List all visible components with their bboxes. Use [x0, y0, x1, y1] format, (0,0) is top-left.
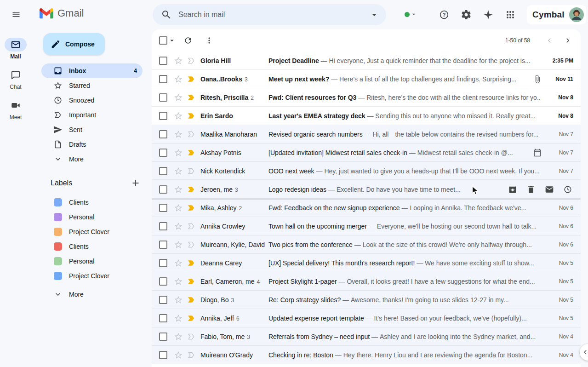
importance-marker-icon[interactable]	[187, 277, 196, 286]
importance-marker-icon[interactable]	[187, 258, 196, 268]
gemini-button[interactable]	[479, 6, 497, 24]
sidebar-item-drafts[interactable]: Drafts	[41, 137, 143, 152]
star-icon[interactable]	[174, 222, 183, 231]
help-button[interactable]: ?	[435, 6, 453, 24]
row-checkbox[interactable]	[159, 222, 167, 230]
importance-marker-icon[interactable]	[187, 295, 196, 304]
email-row[interactable]: Gloria Hill Project Deadline — Hi everyo…	[152, 52, 581, 70]
row-checkbox[interactable]	[159, 333, 167, 341]
email-row[interactable]: Diogo, Bo3 Re: Corp strategy slides? — A…	[152, 291, 581, 309]
archive-button[interactable]	[503, 180, 522, 199]
star-icon[interactable]	[174, 350, 183, 360]
delete-button[interactable]	[522, 180, 540, 199]
importance-marker-icon[interactable]	[187, 111, 196, 120]
row-checkbox[interactable]	[159, 259, 167, 267]
email-row[interactable]: Erin Sardo Last year's EMEA strategy dec…	[152, 107, 581, 125]
search-options-caret-icon[interactable]	[369, 9, 380, 20]
star-icon[interactable]	[174, 148, 183, 157]
sidebar-item-snoozed[interactable]: Snoozed	[41, 93, 143, 108]
row-checkbox[interactable]	[159, 185, 167, 194]
settings-button[interactable]	[457, 6, 475, 24]
email-row[interactable]: Oana..Brooks3 Meet up next week? — Here'…	[152, 70, 581, 88]
row-checkbox[interactable]	[159, 351, 167, 359]
sidebar-item-more[interactable]: More	[41, 152, 143, 166]
side-panel-toggle-button[interactable]	[580, 344, 588, 361]
star-icon[interactable]	[174, 295, 183, 304]
row-checkbox[interactable]	[159, 296, 167, 304]
refresh-button[interactable]	[179, 31, 197, 50]
email-row[interactable]: Muireann O'Grady Checking in re: Boston …	[152, 346, 581, 364]
row-checkbox[interactable]	[159, 314, 167, 322]
search-icon[interactable]	[161, 9, 172, 20]
label-item-personal[interactable]: Personal	[41, 210, 143, 224]
email-row[interactable]: Earl, Cameron, me4 Project Skylight 1-pa…	[152, 272, 581, 291]
importance-marker-icon[interactable]	[187, 240, 196, 249]
sidebar-item-sent[interactable]: Sent	[41, 122, 143, 137]
newer-page-button[interactable]	[540, 31, 559, 50]
search-input[interactable]	[178, 11, 369, 19]
star-icon[interactable]	[174, 203, 183, 212]
star-icon[interactable]	[174, 314, 183, 323]
row-checkbox[interactable]	[159, 93, 167, 102]
importance-marker-icon[interactable]	[187, 75, 196, 84]
star-icon[interactable]	[174, 56, 183, 65]
importance-marker-icon[interactable]	[187, 222, 196, 231]
select-all-checkbox[interactable]	[159, 36, 167, 45]
star-icon[interactable]	[174, 240, 183, 249]
presence-status[interactable]	[405, 11, 417, 18]
star-icon[interactable]	[174, 93, 183, 102]
star-icon[interactable]	[174, 277, 183, 286]
hamburger-menu-button[interactable]	[6, 5, 26, 24]
select-caret-icon[interactable]	[168, 36, 176, 45]
importance-marker-icon[interactable]	[187, 93, 196, 102]
row-checkbox[interactable]	[159, 277, 167, 286]
star-icon[interactable]	[174, 75, 183, 84]
label-item-clients[interactable]: Clients	[41, 195, 143, 210]
importance-marker-icon[interactable]	[187, 185, 196, 194]
star-icon[interactable]	[174, 130, 183, 139]
sidebar-labels-more[interactable]: More	[41, 287, 143, 302]
importance-marker-icon[interactable]	[187, 130, 196, 139]
older-page-button[interactable]	[559, 31, 577, 50]
importance-marker-icon[interactable]	[187, 148, 196, 157]
label-item-project-clover[interactable]: Project Clover	[41, 224, 143, 239]
row-checkbox[interactable]	[159, 75, 167, 83]
importance-marker-icon[interactable]	[187, 350, 196, 360]
row-checkbox[interactable]	[159, 130, 167, 138]
row-checkbox[interactable]	[159, 241, 167, 249]
email-row[interactable]: Fabio, Tom, me3 Referrals from Sydney – …	[152, 327, 581, 346]
importance-marker-icon[interactable]	[187, 166, 196, 176]
compose-button[interactable]: Compose	[43, 33, 105, 55]
search-bar[interactable]	[153, 4, 386, 25]
snooze-button[interactable]	[559, 180, 577, 199]
email-row[interactable]: Annika Crowley Town hall on the upcoming…	[152, 217, 581, 235]
gmail-logo[interactable]: Gmail	[40, 7, 84, 19]
rail-item-chat[interactable]: Chat	[5, 68, 27, 90]
avatar[interactable]	[569, 7, 584, 22]
importance-marker-icon[interactable]	[187, 203, 196, 212]
email-row[interactable]: Akshay Potnis [Updated invitation] Midwe…	[152, 143, 581, 162]
star-icon[interactable]	[174, 185, 183, 194]
label-item-project-clover[interactable]: Project Clover	[41, 269, 143, 283]
rail-item-mail[interactable]: Mail	[5, 38, 27, 60]
row-checkbox[interactable]	[159, 167, 167, 175]
sidebar-item-important[interactable]: Important	[41, 108, 143, 122]
row-checkbox[interactable]	[159, 204, 167, 212]
star-icon[interactable]	[174, 111, 183, 120]
email-row[interactable]: Maalika Manoharan Revised organic search…	[152, 125, 581, 143]
email-row[interactable]: Jeroen, me3 Logo redesign ideas — Excell…	[152, 180, 581, 199]
email-row[interactable]: Muireann, Kylie, David Two pics from the…	[152, 235, 581, 254]
label-item-clients[interactable]: Clients	[41, 239, 143, 254]
add-label-icon[interactable]	[131, 178, 141, 188]
mark-as-read-button[interactable]	[540, 180, 559, 199]
star-icon[interactable]	[174, 332, 183, 341]
row-checkbox[interactable]	[159, 112, 167, 120]
apps-grid-button[interactable]	[501, 6, 519, 24]
email-row[interactable]: Ritesh, Priscilla2 Fwd: Client resources…	[152, 88, 581, 107]
sidebar-item-starred[interactable]: Starred	[41, 78, 143, 93]
star-icon[interactable]	[174, 166, 183, 176]
email-row[interactable]: Annika, Jeff6 Updated expense report tem…	[152, 309, 581, 327]
importance-marker-icon[interactable]	[187, 314, 196, 323]
more-options-button[interactable]	[200, 31, 218, 50]
rail-item-meet[interactable]: Meet	[5, 98, 27, 120]
